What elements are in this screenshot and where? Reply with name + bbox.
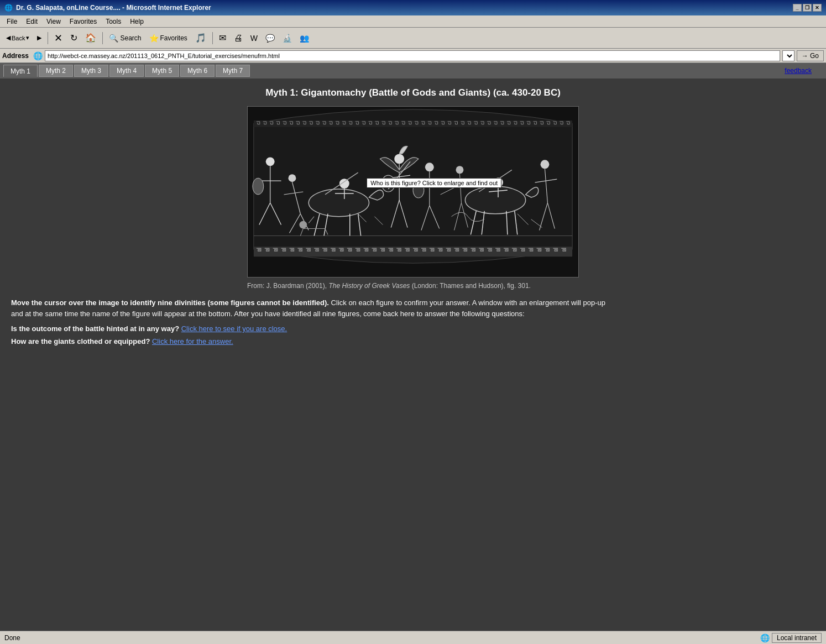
svg-point-4 xyxy=(266,157,275,166)
content-area: Myth 1: Gigantomachy (Battle of Gods and… xyxy=(0,78,826,631)
menu-edit[interactable]: Edit xyxy=(22,17,42,27)
page-icon: 🌐 xyxy=(33,51,43,60)
messenger-icon: 👥 xyxy=(300,34,309,43)
print-icon: 🖨 xyxy=(234,33,243,43)
stop-button[interactable]: ✕ xyxy=(51,31,65,45)
media-button[interactable]: 🎵 xyxy=(192,31,209,45)
tab-myth-1[interactable]: Myth 1 xyxy=(3,65,38,77)
svg-point-31 xyxy=(425,163,434,171)
menu-favorites[interactable]: Favorites xyxy=(65,17,101,27)
toolbar: ◀ Back ▾ ▶ ✕ ↻ 🏠 🔍 Search ⭐ Favorites 🎵 … xyxy=(0,28,826,49)
question-1-label: Is the outcome of the battle hinted at i… xyxy=(11,324,179,333)
close-button[interactable]: ✕ xyxy=(813,4,822,12)
tab-myth-3[interactable]: Myth 3 xyxy=(74,65,108,77)
feedback-link[interactable]: feedback xyxy=(785,67,823,75)
discuss-button[interactable]: 💬 xyxy=(263,31,278,45)
svg-point-37 xyxy=(465,186,525,214)
title-bar: 🌐 Dr. G. Salapata, onLine Course.... - M… xyxy=(0,0,826,15)
question-1-link[interactable]: Click here to see if you are close. xyxy=(181,324,287,333)
stop-icon: ✕ xyxy=(54,32,62,44)
restore-button[interactable]: ❐ xyxy=(803,4,812,12)
forward-icon: ▶ xyxy=(37,34,41,41)
vase-svg xyxy=(248,107,578,277)
messenger-button[interactable]: 👥 xyxy=(297,31,312,45)
image-container: Who is this figure? Click to enlarge and… xyxy=(11,106,815,278)
figure-tooltip: Who is this figure? Click to enlarge and… xyxy=(367,178,501,188)
favorites-button[interactable]: ⭐ Favorites xyxy=(147,31,190,45)
media-icon: 🎵 xyxy=(195,33,206,43)
back-icon: ◀ xyxy=(6,34,11,41)
menu-file[interactable]: File xyxy=(2,17,22,27)
question-1: Is the outcome of the battle hinted at i… xyxy=(11,324,815,333)
svg-point-62 xyxy=(456,166,463,174)
caption-text-before: From: J. Boardman (2001), xyxy=(247,282,328,290)
refresh-icon: ↻ xyxy=(70,33,77,43)
refresh-button[interactable]: ↻ xyxy=(67,31,80,45)
menu-help[interactable]: Help xyxy=(126,17,148,27)
minimize-button[interactable]: _ xyxy=(793,4,802,12)
caption-italic: The History of Greek Vases xyxy=(328,282,410,290)
mail-icon: ✉ xyxy=(219,33,226,43)
forward-button[interactable]: ▶ xyxy=(34,31,44,45)
svg-rect-2 xyxy=(254,121,572,127)
edit-button[interactable]: W xyxy=(248,31,260,45)
address-dropdown[interactable] xyxy=(782,50,794,61)
go-button[interactable]: → Go xyxy=(797,50,824,61)
page-title: Myth 1: Gigantomachy (Battle of Gods and… xyxy=(11,87,815,98)
search-icon: 🔍 xyxy=(109,34,118,43)
question-2-label: How are the giants clothed or equipped? xyxy=(11,337,150,345)
menu-tools[interactable]: Tools xyxy=(101,17,126,27)
search-button[interactable]: 🔍 Search xyxy=(106,31,144,45)
caption-text-after: (London: Thames and Hudson), fig. 301. xyxy=(410,282,531,290)
go-arrow-icon: → xyxy=(802,52,810,60)
address-bar: Address 🌐 → Go xyxy=(0,49,826,63)
svg-point-51 xyxy=(299,221,307,229)
vase-image[interactable]: Who is this figure? Click to enlarge and… xyxy=(247,106,579,278)
separator-3 xyxy=(212,32,213,44)
svg-point-10 xyxy=(288,174,296,182)
home-icon: 🏠 xyxy=(85,33,96,43)
svg-point-9 xyxy=(253,178,264,195)
tab-myth-4[interactable]: Myth 4 xyxy=(109,65,144,77)
discuss-icon: 💬 xyxy=(265,34,275,43)
svg-point-46 xyxy=(541,160,550,169)
svg-point-24 xyxy=(394,154,404,164)
home-button[interactable]: 🏠 xyxy=(82,31,99,45)
edit-icon: W xyxy=(250,34,258,43)
research-button[interactable]: 🔬 xyxy=(280,31,295,45)
separator-2 xyxy=(102,32,103,44)
back-dropdown-icon: ▾ xyxy=(26,34,29,41)
tab-myth-5[interactable]: Myth 5 xyxy=(145,65,179,77)
separator-1 xyxy=(48,32,48,44)
menu-view[interactable]: View xyxy=(42,17,65,27)
caption: From: J. Boardman (2001), The History of… xyxy=(247,282,579,290)
window-title: Dr. G. Salapata, onLine Course.... - Mic… xyxy=(16,4,211,12)
print-button[interactable]: 🖨 xyxy=(231,31,245,45)
address-label: Address xyxy=(2,52,31,60)
back-button[interactable]: ◀ Back ▾ xyxy=(3,31,32,45)
star-icon: ⭐ xyxy=(149,34,159,43)
research-icon: 🔬 xyxy=(283,34,292,43)
menu-bar: File Edit View Favorites Tools Help xyxy=(0,15,826,28)
mail-button[interactable]: ✉ xyxy=(216,31,229,45)
nav-tabs: Myth 1 Myth 2 Myth 3 Myth 4 Myth 5 Myth … xyxy=(0,63,826,78)
question-2-link[interactable]: Click here for the answer. xyxy=(152,337,233,345)
question-2: How are the giants clothed or equipped? … xyxy=(11,337,815,345)
tab-myth-7[interactable]: Myth 7 xyxy=(216,65,250,77)
address-input[interactable] xyxy=(45,50,780,61)
description-bold: Move the cursor over the image to identi… xyxy=(11,299,329,307)
ie-logo-icon: 🌐 xyxy=(4,4,13,12)
tab-myth-6[interactable]: Myth 6 xyxy=(180,65,215,77)
tab-myth-2[interactable]: Myth 2 xyxy=(39,65,73,77)
description-paragraph: Move the cursor over the image to identi… xyxy=(11,297,619,319)
